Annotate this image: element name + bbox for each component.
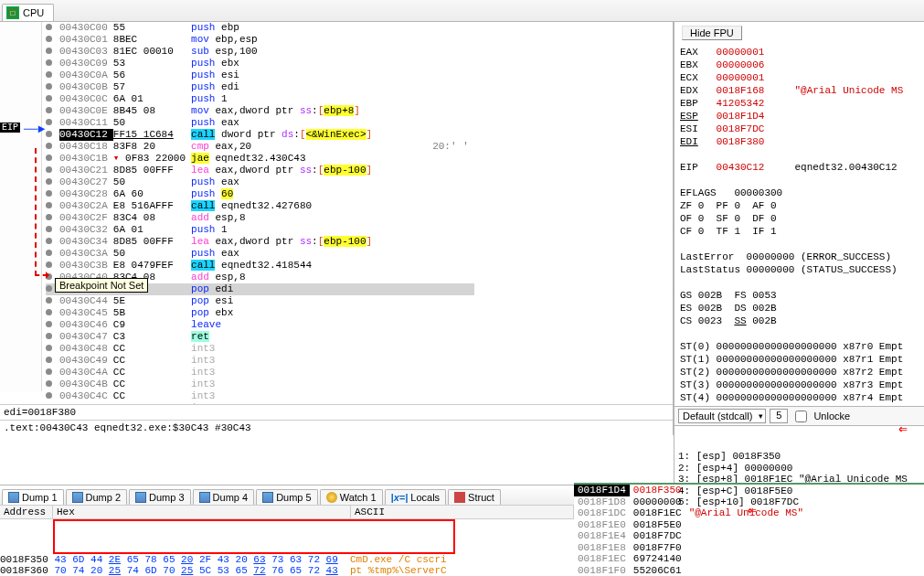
- breakpoint-dot-icon[interactable]: [46, 48, 52, 54]
- dump-icon: [72, 492, 83, 503]
- unlock-checkbox[interactable]: [795, 411, 807, 422]
- register-line: EDI 0018F380: [680, 135, 919, 148]
- tab-watch-1[interactable]: Watch 1: [320, 489, 383, 505]
- breakpoint-dot-icon[interactable]: [46, 95, 52, 101]
- breakpoint-dot-icon[interactable]: [46, 333, 52, 339]
- disasm-row[interactable]: 00430C018BECmov ebp,esp: [46, 34, 474, 46]
- disasm-row[interactable]: 00430C455Bpop ebx: [46, 307, 474, 319]
- tab-label: Watch 1: [340, 492, 377, 503]
- stack-row[interactable]: 0018F1DC0018F1EC"@Arial Unicode MS": [574, 507, 807, 519]
- disasm-row[interactable]: 00430C49CCint3: [46, 355, 474, 367]
- stack-args: ⇐ 1: [esp] 0018F3502: [esp+4] 000000003:…: [674, 426, 924, 483]
- breakpoint-dot-icon[interactable]: [46, 321, 52, 327]
- stack-row[interactable]: 0018F1E00018F5E0: [574, 519, 807, 531]
- dump-view[interactable]: Address Hex ASCII 0018F350 43 6D 44 2E 6…: [0, 505, 574, 576]
- disasm-row[interactable]: 00430C286A 60push 60: [46, 188, 474, 200]
- disasm-row[interactable]: 00430C0C6A 01push 1: [46, 93, 474, 105]
- disasm-row[interactable]: 00430C1150push eax: [46, 117, 474, 129]
- disasm-row[interactable]: 00430C47C3ret: [46, 331, 474, 343]
- tab-dump-4[interactable]: Dump 4: [193, 489, 255, 505]
- disasm-row[interactable]: 00430C3A50push eax: [46, 248, 474, 260]
- breakpoint-dot-icon[interactable]: [46, 309, 52, 315]
- breakpoint-dot-icon[interactable]: [46, 285, 52, 292]
- disasm-row[interactable]: 00430C4CCCint3: [46, 390, 474, 402]
- breakpoint-dot-icon[interactable]: [46, 119, 52, 125]
- disasm-row[interactable]: 00430C4BCCint3: [46, 379, 474, 390]
- tab-cpu[interactable]: □ CPU: [2, 4, 54, 21]
- disasm-row[interactable]: 00430C4DCCint3: [46, 402, 474, 404]
- pointer-arrow-icon: ⇐: [748, 501, 757, 519]
- breakpoint-dot-icon[interactable]: [46, 59, 52, 66]
- disasm-row[interactable]: 00430C0055push ebp: [46, 22, 474, 34]
- stack-view[interactable]: 0018F1D40018F3500018F1D8000000000018F1DC…: [574, 483, 924, 576]
- register-line: ES 002B DS 002B: [680, 302, 919, 315]
- register-line: LastError 00000000 (ERROR_SUCCESS): [680, 251, 919, 263]
- col-ascii[interactable]: ASCII: [351, 506, 574, 518]
- disasm-row[interactable]: 00430C1B▾ 0F83 22000jae eqnedt32.430C43: [46, 153, 474, 165]
- stack-row[interactable]: 0018F1D40018F350: [574, 485, 807, 496]
- stack-row[interactable]: 0018F1D800000000: [574, 496, 807, 508]
- disasm-row[interactable]: 00430C445Epop esi: [46, 295, 474, 307]
- breakpoint-dot-icon[interactable]: [46, 71, 52, 78]
- disasm-row[interactable]: 00430C218D85 00FFFlea eax,dword ptr ss:[…: [46, 165, 474, 176]
- disasm-row[interactable]: 00430C0A56push esi: [46, 69, 474, 81]
- watch-icon: [326, 492, 337, 503]
- disasm-row[interactable]: 00430C48CCint3: [46, 343, 474, 355]
- stack-row[interactable]: 0018F1E80018F7F0: [574, 542, 807, 554]
- dump-row[interactable]: 0018F360 70 74 20 25 74 6D 70 25 5C 53 6…: [0, 565, 574, 576]
- stack-row[interactable]: 0018F1E40018F7DC: [574, 530, 807, 542]
- disasm-row[interactable]: 00430C0381EC 00010sub esp,100: [46, 46, 474, 58]
- disasm-row[interactable]: 00430C4ACCint3: [46, 367, 474, 379]
- tab-label: Dump 4: [213, 492, 249, 503]
- register-line: ESI 0018F7DC: [680, 123, 919, 135]
- registers-view[interactable]: Hide FPU EAX 00000001EBX 00000006ECX 000…: [674, 22, 924, 406]
- stack-row[interactable]: 0018F1EC69724140: [574, 553, 807, 565]
- disasm-row[interactable]: 00430C1883F8 20cmp eax,2020:' ': [46, 141, 474, 153]
- disasm-row[interactable]: 00430C0E8B45 08mov eax,dword ptr ss:[ebp…: [46, 105, 474, 117]
- dump-icon: [199, 492, 210, 503]
- breakpoint-dot-icon[interactable]: [46, 345, 52, 351]
- disasm-row[interactable]: 00430C348D85 00FFFlea eax,dword ptr ss:[…: [46, 236, 474, 248]
- breakpoint-dot-icon[interactable]: [46, 107, 52, 113]
- tab-dump-5[interactable]: Dump 5: [256, 489, 318, 505]
- disasm-row[interactable]: 00430C2750push eax: [46, 176, 474, 188]
- hide-fpu-button[interactable]: Hide FPU: [682, 26, 742, 40]
- disasm-row[interactable]: 00430C326A 01push 1: [46, 224, 474, 236]
- calling-convention-combo[interactable]: Default (stdcall): [678, 409, 766, 423]
- eip-arrow-icon: ──►: [24, 123, 45, 136]
- tab-label: Dump 5: [276, 492, 312, 503]
- tab-dump-3[interactable]: Dump 3: [129, 489, 191, 505]
- unlock-label: Unlocke: [813, 411, 850, 421]
- breakpoint-dot-icon[interactable]: [46, 392, 52, 399]
- breakpoint-dot-icon[interactable]: [46, 297, 52, 304]
- dump-row[interactable]: 0018F350 43 6D 44 2E 65 78 65 20 2F 43 2…: [0, 554, 574, 566]
- breakpoint-dot-icon[interactable]: [46, 83, 52, 90]
- tab-struct[interactable]: Struct: [448, 489, 501, 505]
- tab-label: Locals: [410, 492, 440, 503]
- tab-dump-2[interactable]: Dump 2: [66, 489, 128, 505]
- breakpoint-dot-icon[interactable]: [46, 368, 52, 375]
- breakpoint-tooltip: Breakpoint Not Set: [55, 278, 148, 293]
- breakpoint-dot-icon[interactable]: [46, 24, 52, 30]
- tab-dump-1[interactable]: Dump 1: [2, 489, 64, 505]
- tab-locals[interactable]: |x=|Locals: [385, 489, 447, 505]
- breakpoint-dot-icon[interactable]: [46, 380, 52, 387]
- disasm-row[interactable]: 00430C0953push ebx: [46, 58, 474, 69]
- register-line: ST(1) 00000000000000000000 x87r1 Empt: [680, 353, 919, 366]
- arg-count-spin[interactable]: 5: [770, 409, 788, 423]
- disassembly-view[interactable]: EIP ──► 00430C0055push ebp00430C018BECmo…: [0, 22, 673, 404]
- col-address[interactable]: Address: [0, 506, 53, 518]
- breakpoint-dot-icon[interactable]: [46, 36, 52, 42]
- disasm-row[interactable]: 00430C12FF15 1C684call dword ptr ds:[<&W…: [46, 129, 474, 141]
- breakpoint-dot-icon[interactable]: [46, 357, 52, 363]
- disasm-row[interactable]: 00430C46C9leave: [46, 319, 474, 331]
- stack-row[interactable]: 0018F1F055206C61: [574, 565, 807, 577]
- col-hex[interactable]: Hex: [53, 506, 351, 518]
- disasm-row[interactable]: 00430C2F83C4 08add esp,8: [46, 212, 474, 224]
- breakpoint-dot-icon[interactable]: [46, 131, 52, 137]
- disasm-row[interactable]: 00430C2AE8 516AFFFcall eqnedt32.427680: [46, 200, 474, 212]
- disasm-row[interactable]: 00430C0B57push edi: [46, 81, 474, 93]
- operand-info: edi=0018F380: [0, 404, 673, 420]
- tab-label: Dump 2: [86, 492, 122, 503]
- disasm-row[interactable]: 00430C3BE8 0479FEFcall eqnedt32.418544: [46, 260, 474, 272]
